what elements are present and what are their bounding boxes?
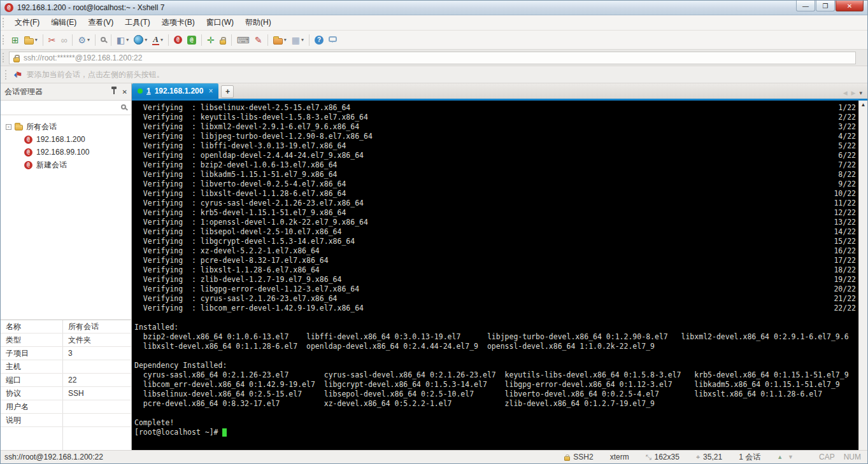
status-terminal-size[interactable]: ⤡162x35 — [646, 453, 679, 461]
terminal-text: Verifying : libgpg-error-devel-1.12-3.el… — [134, 285, 359, 294]
scroll-up-icon[interactable]: ▲ — [861, 101, 866, 450]
session-properties-icon[interactable]: ⚙▾ — [75, 32, 92, 48]
menu-item[interactable]: 窗口(W) — [201, 15, 239, 30]
file-transfer-icon[interactable]: ▾ — [271, 32, 289, 48]
dropdown-arrow-icon[interactable]: ▾ — [284, 37, 287, 43]
menu-item[interactable]: 文件(F) — [9, 15, 45, 30]
session-root-label: 所有会话 — [26, 122, 57, 132]
terminal-line: Verifying : krb5-devel-1.15.1-51.el7_9.x… — [134, 208, 856, 218]
search-icon[interactable] — [121, 104, 126, 109]
status-indicators: CAPNUM — [810, 453, 861, 461]
status-cursor-position[interactable]: ⌖35,21 — [696, 453, 722, 461]
dropdown-arrow-icon[interactable]: ▾ — [126, 37, 129, 43]
verify-count: 10/22 — [834, 189, 856, 199]
color-scheme-icon[interactable]: ◧▾ — [114, 32, 131, 48]
session-tree-item[interactable]: @192.168.1.200 — [1, 133, 131, 146]
tab-active[interactable]: 1 192.168.1.200 × — [132, 83, 218, 99]
status-bar: ssh://root@192.168.1.200:22 SSH2xterm⤡16… — [1, 450, 867, 463]
new-session-icon: ⊞ — [11, 36, 19, 45]
menu-item[interactable]: 帮助(H) — [239, 15, 277, 30]
session-tree-root[interactable]: - 所有会话 — [1, 120, 131, 133]
tile-windows-icon: ▦ — [292, 36, 300, 45]
toolbar-separator — [309, 34, 309, 46]
find-icon[interactable] — [98, 32, 108, 48]
address-url: ssh://root:******@192.168.1.200:22 — [24, 53, 142, 62]
status-terminal-type[interactable]: xterm — [610, 453, 629, 461]
expander-icon[interactable]: - — [6, 124, 11, 130]
terminal-line: bzip2-devel.x86_64 0:1.0.6-13.el7 libffi… — [134, 332, 856, 342]
menu-item[interactable]: 编辑(E) — [45, 15, 82, 30]
property-row: 协议SSH — [1, 387, 131, 400]
session-tree-items: @192.168.1.200@192.168.99.100@新建会话 — [1, 133, 131, 171]
property-value: 22 — [63, 374, 131, 386]
restore-button[interactable]: ❐ — [816, 1, 835, 11]
verify-count: 22/22 — [834, 304, 856, 313]
menu-item[interactable]: 查看(V) — [82, 15, 119, 30]
close-button[interactable]: ✕ — [836, 1, 864, 11]
terminal-line: Verifying : keyutils-libs-devel-1.5.8-3.… — [134, 113, 856, 122]
tab-nav: ◀ ▶ ▾ — [843, 90, 867, 99]
xftp-icon[interactable]: @ — [185, 32, 199, 48]
terminal-line: Verifying : zlib-devel-1.2.7-19.el7_9.x8… — [134, 275, 856, 285]
menu-item[interactable]: 工具(T) — [119, 15, 155, 30]
panel-close-icon[interactable]: ✕ — [122, 88, 127, 95]
property-value — [63, 360, 131, 373]
open-folder-icon[interactable]: ▾ — [22, 32, 40, 48]
tab-scroll-left-icon[interactable]: ◀ — [843, 90, 848, 96]
terminal-text: bzip2-devel.x86_64 0:1.0.6-13.el7 libffi… — [134, 332, 849, 342]
xshell-icon[interactable]: @ — [171, 32, 185, 48]
status-protocol[interactable]: SSH2 — [564, 453, 593, 461]
reconnect-icon[interactable]: ∞ — [58, 32, 69, 48]
session-tree-item[interactable]: @新建会话 — [1, 158, 131, 171]
property-grid-rows: 名称所有会话类型文件夹子项目3主机端口22协议SSH用户名说明 — [1, 320, 131, 427]
minimize-button[interactable]: — — [796, 1, 815, 11]
fullscreen-icon[interactable]: ✛ — [204, 32, 217, 48]
property-row: 名称所有会话 — [1, 320, 131, 334]
tab-scroll-right-icon[interactable]: ▶ — [851, 90, 856, 96]
session-search-input[interactable] — [6, 103, 121, 112]
highlight-pen-icon[interactable]: ✎ — [252, 32, 265, 48]
session-down-icon[interactable]: ▼ — [788, 454, 793, 460]
verify-count: 13/22 — [834, 218, 856, 227]
session-panel-header: 会话管理器 ✕ — [1, 83, 131, 101]
terminal-text: Dependency Installed: — [134, 361, 227, 370]
dropdown-arrow-icon[interactable]: ▾ — [35, 37, 38, 43]
notice-bar: ⚑ 要添加当前会话，点击左侧的箭头按钮。 — [1, 66, 867, 83]
pin-icon[interactable] — [113, 89, 115, 94]
session-up-icon[interactable]: ▲ — [777, 454, 783, 460]
menu-item[interactable]: 选项卡(B) — [156, 15, 201, 30]
session-panel-title: 会话管理器 — [4, 87, 43, 97]
virtual-keyboard-icon[interactable]: ⌨ — [234, 32, 252, 48]
tab-index: 1 — [146, 87, 151, 95]
dropdown-arrow-icon[interactable]: ▾ — [145, 37, 147, 43]
font-icon[interactable]: A▾ — [150, 32, 166, 48]
tile-windows-icon[interactable]: ▦▾ — [289, 32, 306, 48]
terminal-text: Verifying : libxml2-devel-2.9.1-6.el7_9.… — [134, 122, 359, 132]
address-input[interactable]: ssh://root:******@192.168.1.200:22 — [9, 52, 856, 64]
feedback-icon[interactable] — [326, 32, 339, 48]
disconnect-icon[interactable]: ✂ — [46, 32, 59, 48]
lock-screen-icon[interactable] — [217, 32, 229, 48]
file-transfer-icon — [273, 38, 283, 45]
tab-close-icon[interactable]: × — [208, 87, 213, 95]
terminal-line: libcom_err-devel.x86_64 0:1.42.9-19.el7 … — [134, 380, 856, 390]
terminal[interactable]: Verifying : libselinux-devel-2.5-15.el7.… — [132, 101, 867, 450]
new-tab-button[interactable]: + — [221, 85, 234, 98]
help-icon[interactable]: ? — [312, 32, 326, 48]
terminal-scrollbar[interactable]: ▲ — [858, 101, 867, 450]
tab-list-dropdown-icon[interactable]: ▾ — [859, 90, 862, 96]
dropdown-arrow-icon[interactable]: ▾ — [301, 37, 304, 43]
terminal-text: Verifying : libffi-devel-3.0.13-19.el7.x… — [134, 141, 346, 151]
dropdown-arrow-icon[interactable]: ▾ — [87, 37, 90, 43]
session-tree: - 所有会话 @192.168.1.200@192.168.99.100@新建会… — [1, 115, 131, 320]
web-browser-icon[interactable]: ▾ — [131, 32, 150, 48]
terminal-text: Verifying : libxslt-1.1.28-6.el7.x86_64 — [134, 265, 320, 275]
toolbar-grip — [5, 70, 8, 80]
property-row: 主机 — [1, 360, 131, 374]
session-tree-item[interactable]: @192.168.99.100 — [1, 146, 131, 158]
terminal-line: Verifying : cyrus-sasl-2.1.26-23.el7.x86… — [134, 294, 856, 304]
new-session-icon[interactable]: ⊞ — [9, 32, 22, 48]
status-session-count[interactable]: 1 会话 — [739, 452, 760, 463]
dropdown-arrow-icon[interactable]: ▾ — [160, 37, 163, 43]
terminal-text: Verifying : xz-devel-5.2.2-1.el7.x86_64 — [134, 246, 320, 256]
